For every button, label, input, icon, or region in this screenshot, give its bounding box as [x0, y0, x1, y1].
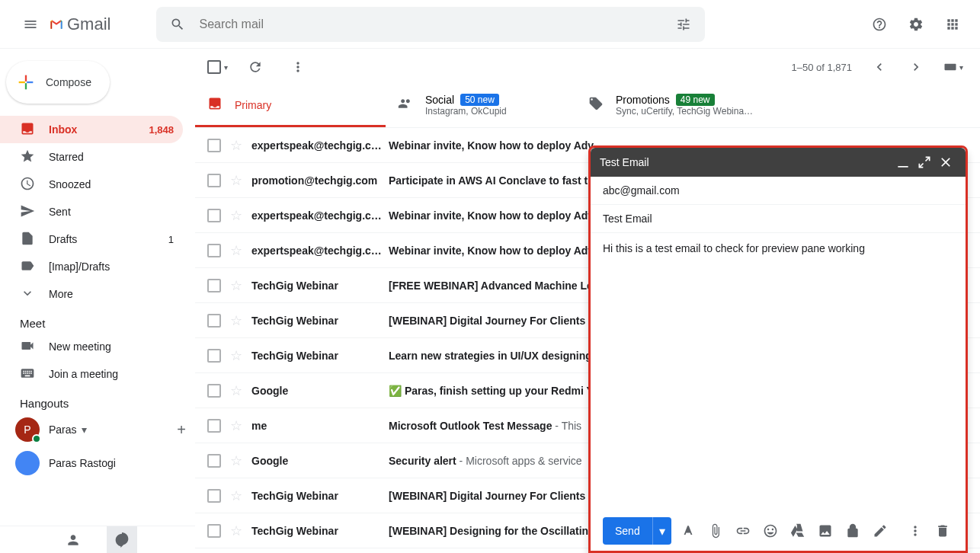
- formatting-button[interactable]: [677, 520, 699, 542]
- new-meeting-button[interactable]: New meeting: [0, 333, 183, 360]
- star-button[interactable]: ☆: [230, 523, 242, 539]
- star-button[interactable]: ☆: [230, 277, 242, 294]
- tab-primary[interactable]: Primary: [195, 85, 386, 127]
- row-checkbox[interactable]: [207, 349, 221, 363]
- close-button[interactable]: [935, 152, 956, 173]
- star-button[interactable]: ☆: [230, 207, 242, 224]
- minimize-button[interactable]: [892, 152, 914, 173]
- search-options-icon[interactable]: [668, 9, 699, 40]
- image-icon: [818, 523, 833, 539]
- signature-button[interactable]: [870, 520, 891, 542]
- gmail-logo[interactable]: Gmail: [49, 14, 110, 34]
- compose-window: Test Email abc@gmail.com Test Email Hi t…: [588, 145, 968, 553]
- row-checkbox[interactable]: [207, 279, 221, 292]
- svg-rect-0: [944, 64, 956, 70]
- send-button[interactable]: Send ▾: [603, 517, 671, 545]
- row-checkbox[interactable]: [207, 489, 221, 503]
- input-tools-button[interactable]: ▾: [937, 52, 968, 82]
- refresh-button[interactable]: [240, 52, 271, 82]
- tab-label: Primary: [235, 99, 271, 111]
- sidebar-item-imap-drafts[interactable]: [Imap]/Drafts: [0, 253, 183, 280]
- sidebar-item-inbox[interactable]: Inbox 1,848: [0, 116, 183, 143]
- star-button[interactable]: ☆: [230, 312, 242, 329]
- photo-button[interactable]: [815, 520, 836, 542]
- star-button[interactable]: ☆: [230, 137, 242, 154]
- compose-header[interactable]: Test Email: [591, 148, 966, 177]
- sidebar-item-snoozed[interactable]: Snoozed: [0, 171, 183, 198]
- star-button[interactable]: ☆: [230, 347, 242, 364]
- search-bar[interactable]: [156, 7, 705, 42]
- row-checkbox[interactable]: [207, 454, 221, 468]
- gmail-logo-icon: [49, 17, 64, 32]
- logo-text: Gmail: [67, 14, 110, 34]
- drive-button[interactable]: [787, 520, 809, 542]
- row-checkbox[interactable]: [207, 419, 221, 433]
- star-button[interactable]: ☆: [230, 172, 242, 189]
- fullscreen-button[interactable]: [914, 152, 935, 173]
- link-button[interactable]: [732, 520, 754, 542]
- prev-page-button[interactable]: [864, 52, 895, 82]
- send-options-button[interactable]: ▾: [652, 517, 671, 545]
- next-page-button[interactable]: [901, 52, 931, 82]
- attach-button[interactable]: [705, 520, 726, 542]
- compose-body[interactable]: Hi this is a test email to check for pre…: [591, 233, 966, 511]
- discard-button[interactable]: [932, 520, 953, 542]
- row-checkbox[interactable]: [207, 244, 221, 257]
- nav-label: Starred: [49, 151, 84, 163]
- hangouts-tabbar: [0, 526, 195, 553]
- compose-to-field[interactable]: abc@gmail.com: [591, 177, 966, 205]
- sidebar-item-more[interactable]: More: [0, 280, 183, 308]
- more-options-button[interactable]: [905, 520, 926, 542]
- caret-down-icon[interactable]: ▾: [82, 424, 87, 436]
- emoji-button[interactable]: [760, 520, 781, 542]
- row-checkbox[interactable]: [207, 524, 221, 538]
- more-button[interactable]: [283, 52, 313, 82]
- star-button[interactable]: ☆: [230, 242, 242, 259]
- compose-label: Compose: [46, 76, 91, 88]
- compose-button[interactable]: Compose: [6, 61, 110, 104]
- sidebar-item-drafts[interactable]: Drafts 1: [0, 225, 183, 253]
- star-button[interactable]: ☆: [230, 487, 242, 504]
- hangouts-user[interactable]: P Paras ▾ +: [0, 413, 195, 446]
- compose-subject-field[interactable]: Test Email: [591, 205, 966, 233]
- email-sender: expertspeak@techgig.c…: [251, 245, 389, 257]
- sidebar-item-sent[interactable]: Sent: [0, 198, 183, 225]
- compose-footer: Send ▾: [591, 511, 966, 551]
- apps-icon: [945, 17, 960, 32]
- row-checkbox[interactable]: [207, 209, 221, 222]
- hangouts-contact[interactable]: Paras Rastogi: [0, 446, 195, 480]
- contact-avatar: [15, 451, 40, 475]
- settings-button[interactable]: [901, 9, 931, 40]
- apps-button[interactable]: [937, 9, 968, 40]
- nav-label: Snoozed: [49, 178, 91, 190]
- row-checkbox[interactable]: [207, 174, 221, 187]
- contacts-tab[interactable]: [58, 526, 88, 554]
- nav-label: Drafts: [49, 233, 77, 245]
- main-menu-button[interactable]: [12, 6, 49, 43]
- select-all-checkbox[interactable]: ▾: [207, 60, 228, 74]
- join-meeting-button[interactable]: Join a meeting: [0, 360, 183, 388]
- hangouts-tab[interactable]: [107, 526, 137, 554]
- add-hangout-button[interactable]: +: [177, 421, 186, 439]
- help-icon: [872, 17, 887, 32]
- row-checkbox[interactable]: [207, 314, 221, 328]
- row-checkbox[interactable]: [207, 384, 221, 398]
- email-sender: expertspeak@techgig.c…: [251, 209, 389, 222]
- row-checkbox[interactable]: [207, 139, 221, 152]
- email-sender: TechGig Webinar: [251, 350, 389, 362]
- keyboard-icon: [20, 366, 35, 383]
- tab-badge: 50 new: [460, 94, 499, 106]
- search-input[interactable]: [193, 18, 668, 31]
- contact-name: Paras Rastogi: [49, 457, 116, 469]
- caret-down-icon[interactable]: ▾: [224, 63, 228, 72]
- sidebar-item-starred[interactable]: Starred: [0, 143, 183, 171]
- star-button[interactable]: ☆: [230, 452, 242, 469]
- support-button[interactable]: [864, 9, 895, 40]
- tag-icon: [588, 96, 604, 114]
- search-icon[interactable]: [162, 9, 193, 40]
- tab-promotions[interactable]: Promotions49 new Sync, uCertify, TechGig…: [576, 85, 767, 127]
- tab-social[interactable]: Social50 new Instagram, OkCupid: [386, 85, 576, 127]
- star-button[interactable]: ☆: [230, 382, 242, 399]
- star-button[interactable]: ☆: [230, 417, 242, 434]
- confidential-button[interactable]: [842, 520, 863, 542]
